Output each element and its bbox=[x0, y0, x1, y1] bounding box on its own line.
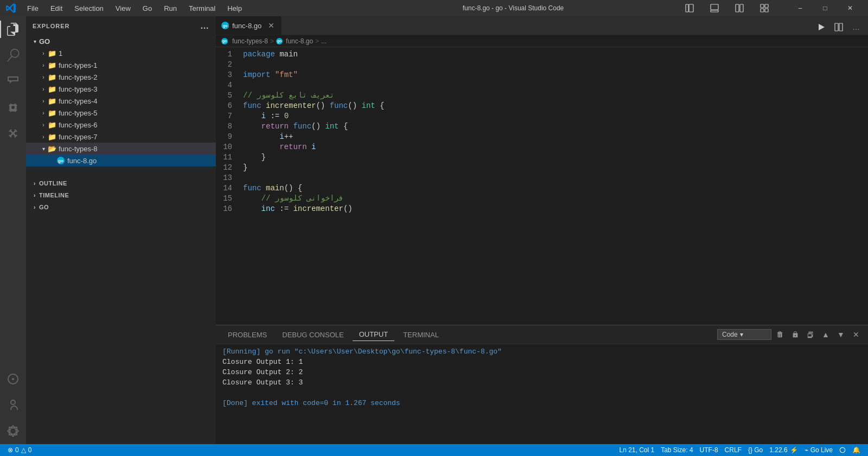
tree-arrow-ft3: › bbox=[39, 85, 48, 93]
tab-problems[interactable]: PROBLEMS bbox=[221, 329, 273, 341]
breadcrumb-folder[interactable]: func-types-8 bbox=[232, 37, 268, 45]
svg-marker-11 bbox=[819, 24, 825, 30]
svg-rect-12 bbox=[835, 23, 838, 31]
section-timeline[interactable]: › TIMELINE bbox=[26, 189, 216, 201]
scroll-up-btn[interactable]: ▲ bbox=[819, 328, 832, 341]
tree-item-func-types-1[interactable]: › 📁 func-types-1 bbox=[26, 59, 216, 71]
status-language[interactable]: {} Go bbox=[745, 444, 766, 456]
section-go[interactable]: › GO bbox=[26, 201, 216, 213]
tree-item-func-types-5[interactable]: › 📁 func-types-5 bbox=[26, 107, 216, 119]
sidebar: EXPLORER … ▾ GO › 📁 1 › 📁 func-types-1 › bbox=[26, 16, 216, 444]
activity-settings[interactable] bbox=[0, 418, 26, 444]
status-position[interactable]: Ln 21, Col 1 bbox=[616, 444, 658, 456]
tab-terminal[interactable]: TERMINAL bbox=[397, 329, 445, 341]
tree-root-go[interactable]: ▾ GO bbox=[26, 35, 216, 47]
dropdown-label: Code bbox=[722, 331, 738, 338]
menu-go[interactable]: Go bbox=[137, 3, 157, 14]
breadcrumb-more[interactable]: ... bbox=[321, 37, 327, 45]
tree-arrow-ft1: › bbox=[39, 61, 48, 69]
more-actions-btn[interactable]: … bbox=[848, 20, 864, 35]
minimize-button[interactable]: – bbox=[788, 0, 813, 16]
layout-customize-btn[interactable] bbox=[752, 0, 777, 16]
menu-help[interactable]: Help bbox=[222, 3, 247, 14]
menu-run[interactable]: Run bbox=[158, 3, 182, 14]
activity-extensions[interactable] bbox=[0, 120, 26, 146]
status-notification[interactable]: 🔔 bbox=[849, 444, 864, 456]
output-line-3: Closure Output 3: 3 bbox=[222, 377, 861, 388]
panel: PROBLEMS DEBUG CONSOLE OUTPUT TERMINAL C… bbox=[216, 325, 868, 444]
status-encoding[interactable]: UTF-8 bbox=[697, 444, 722, 456]
root-folder-label: GO bbox=[39, 37, 50, 46]
window-title: func-8.go - go - Visual Studio Code bbox=[349, 4, 677, 12]
breadcrumb-file[interactable]: func-8.go bbox=[286, 37, 313, 45]
menu-bar: File Edit Selection View Go Run Terminal… bbox=[22, 3, 349, 14]
activity-remote[interactable] bbox=[0, 366, 26, 392]
status-remote[interactable] bbox=[836, 444, 849, 456]
activity-search[interactable] bbox=[0, 42, 26, 68]
activity-account[interactable] bbox=[0, 392, 26, 418]
layout-sidebar-btn[interactable] bbox=[677, 0, 702, 16]
close-panel-btn[interactable]: ✕ bbox=[850, 328, 863, 341]
section-outline-label: OUTLINE bbox=[39, 180, 67, 187]
menu-selection[interactable]: Selection bbox=[69, 3, 108, 14]
svg-rect-7 bbox=[765, 4, 768, 8]
sidebar-more-btn[interactable]: … bbox=[200, 21, 209, 31]
go-file-icon: go bbox=[56, 156, 65, 165]
code-line-5: 5 // تعریف تابع کلوسور bbox=[216, 91, 868, 101]
maximize-button[interactable]: □ bbox=[813, 0, 838, 16]
tab-debug-console[interactable]: DEBUG CONSOLE bbox=[276, 329, 350, 341]
timeline-arrow: › bbox=[30, 191, 39, 200]
activity-source-control[interactable] bbox=[0, 68, 26, 94]
status-errors[interactable]: ⊗ 0 △ 0 bbox=[4, 444, 35, 456]
tab-close-btn[interactable]: ✕ bbox=[267, 21, 276, 30]
svg-rect-9 bbox=[765, 9, 768, 12]
go-section-arrow: › bbox=[30, 203, 39, 211]
tree-arrow-ft8: ▾ bbox=[39, 144, 48, 153]
code-line-16: 16 inc := incrementer() bbox=[216, 204, 868, 214]
tree-item-func-8-go[interactable]: › go func-8.go bbox=[26, 155, 216, 166]
scroll-down-btn[interactable]: ▼ bbox=[834, 328, 847, 341]
svg-rect-0 bbox=[686, 4, 688, 12]
menu-terminal[interactable]: Terminal bbox=[183, 3, 221, 14]
tree-label-ft1: func-types-1 bbox=[59, 61, 98, 69]
copy-btn[interactable] bbox=[804, 328, 817, 341]
layout-editor-btn[interactable] bbox=[702, 0, 727, 16]
svg-rect-4 bbox=[736, 4, 739, 12]
activity-explorer[interactable] bbox=[0, 16, 26, 42]
lock-btn[interactable] bbox=[789, 328, 802, 341]
status-tabsize[interactable]: Tab Size: 4 bbox=[658, 444, 696, 456]
run-code-btn[interactable] bbox=[814, 20, 829, 35]
output-dropdown[interactable]: Code ▾ bbox=[717, 329, 771, 340]
folder-icon-ft7: 📁 bbox=[48, 132, 56, 141]
tree-item-func-types-2[interactable]: › 📁 func-types-2 bbox=[26, 71, 216, 83]
folder-icon-ft6: 📁 bbox=[48, 120, 56, 129]
menu-edit[interactable]: Edit bbox=[45, 3, 68, 14]
close-button[interactable]: ✕ bbox=[838, 0, 863, 16]
tree-item-func-types-8[interactable]: ▾ 📂 func-types-8 bbox=[26, 143, 216, 155]
tree-item-func-types-6[interactable]: › 📁 func-types-6 bbox=[26, 119, 216, 131]
layout-split-btn[interactable] bbox=[727, 0, 752, 16]
status-go-version[interactable]: 1.22.6 ⚡ bbox=[766, 444, 801, 456]
split-editor-btn[interactable] bbox=[831, 20, 846, 35]
explorer-title: EXPLORER bbox=[33, 23, 70, 29]
folder-icon-ft2: 📁 bbox=[48, 73, 56, 81]
panel-output[interactable]: [Running] go run "c:\Users\User\Desktop\… bbox=[216, 344, 868, 444]
status-lineending[interactable]: CRLF bbox=[722, 444, 745, 456]
menu-view[interactable]: View bbox=[110, 3, 136, 14]
clear-output-btn[interactable] bbox=[774, 328, 787, 341]
tree-label-1: 1 bbox=[59, 49, 62, 57]
status-golive[interactable]: ⌁ Go Live bbox=[801, 444, 836, 456]
code-editor[interactable]: 1 package main 2 3 import "fmt" 4 5 bbox=[216, 47, 868, 325]
tab-output[interactable]: OUTPUT bbox=[353, 328, 394, 341]
tab-func8go[interactable]: go func-8.go ✕ bbox=[216, 16, 282, 35]
tree-item-func-types-3[interactable]: › 📁 func-types-3 bbox=[26, 83, 216, 95]
golive-icon: ⌁ bbox=[805, 446, 808, 454]
section-outline[interactable]: › OUTLINE bbox=[26, 177, 216, 189]
tree-item-func-types-7[interactable]: › 📁 func-types-7 bbox=[26, 131, 216, 143]
activity-run-debug[interactable] bbox=[0, 94, 26, 120]
tree-arrow-1: › bbox=[39, 49, 48, 57]
menu-file[interactable]: File bbox=[22, 3, 44, 14]
dropdown-arrow: ▾ bbox=[740, 331, 743, 338]
tree-item-1[interactable]: › 📁 1 bbox=[26, 47, 216, 59]
tree-item-func-types-4[interactable]: › 📁 func-types-4 bbox=[26, 95, 216, 107]
